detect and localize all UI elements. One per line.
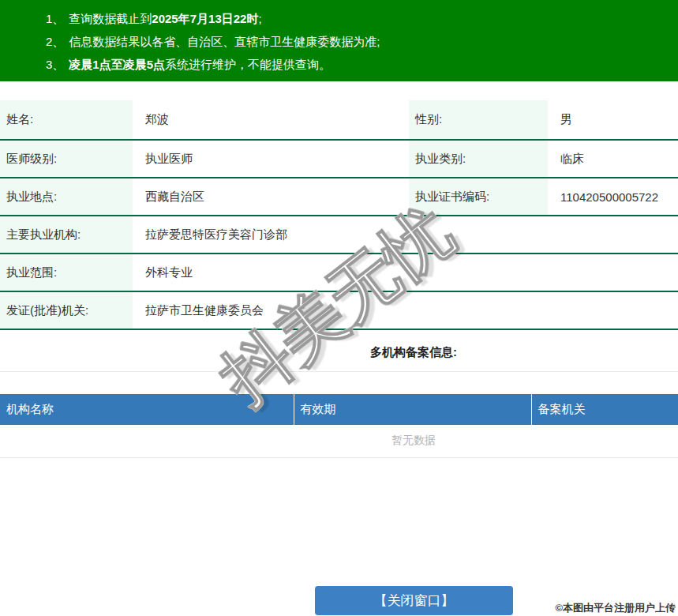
issuer-label: 发证(批准)机关:	[0, 291, 133, 329]
table-row: 执业范围: 外科专业	[0, 254, 678, 291]
spacer	[0, 372, 678, 394]
notice-text-bold: 凌晨1点至凌晨5点	[69, 58, 165, 71]
table-row: 执业地点: 西藏自治区 执业证书编码: 110420500005722	[0, 178, 678, 216]
multi-org-section-title: 多机构备案信息:	[0, 330, 678, 372]
notice-banner: 1、查询数据截止到2025年7月13日22时; 2、信息数据结果以各省、自治区、…	[0, 0, 678, 81]
column-header-validity: 有效期	[294, 394, 531, 425]
cert-no-value: 110420500005722	[548, 178, 678, 216]
notice-text-bold: 2025年7月13日22时	[152, 12, 258, 25]
name-label: 姓名:	[0, 100, 133, 140]
copyright-stamp: ©本图由平台注册用户上传	[555, 601, 676, 615]
notice-text: 系统进行维护，不能提供查询。	[165, 58, 331, 71]
notice-text: 查询数据截止到	[69, 12, 152, 25]
notice-text: 信息数据结果以各省、自治区、直辖市卫生健康委数据为准;	[69, 35, 380, 48]
issuer-value: 拉萨市卫生健康委员会	[133, 291, 678, 329]
level-value: 执业医师	[133, 140, 409, 178]
table-row: 姓名: 郑波 性别: 男	[0, 100, 678, 140]
column-header-filing-authority: 备案机关	[531, 394, 678, 425]
notice-line-1: 1、查询数据截止到2025年7月13日22时;	[46, 7, 678, 30]
multi-org-empty-row: 暂无数据	[0, 425, 678, 457]
gender-value: 男	[548, 100, 678, 140]
notice-line-number: 1、	[46, 12, 64, 25]
cert-no-label: 执业证书编码:	[409, 178, 548, 216]
main-org-label: 主要执业机构:	[0, 216, 133, 254]
location-label: 执业地点:	[0, 178, 133, 216]
category-value: 临床	[548, 140, 678, 178]
column-header-org-name: 机构名称	[0, 394, 294, 425]
category-label: 执业类别:	[409, 140, 548, 178]
scope-value: 外科专业	[133, 254, 678, 291]
table-row: 医师级别: 执业医师 执业类别: 临床	[0, 140, 678, 178]
doctor-info-table: 姓名: 郑波 性别: 男 医师级别: 执业医师 执业类别: 临床 执业地点: 西…	[0, 100, 678, 330]
table-row: 主要执业机构: 拉萨爱思特医疗美容门诊部	[0, 216, 678, 254]
multi-org-header-row: 机构名称 有效期 备案机关	[0, 394, 678, 425]
name-value: 郑波	[133, 100, 409, 140]
close-window-button[interactable]: 【关闭窗口】	[315, 586, 513, 615]
notice-line-number: 2、	[46, 35, 64, 48]
level-label: 医师级别:	[0, 140, 133, 178]
notice-text: ;	[258, 12, 261, 25]
doctor-info-section: 姓名: 郑波 性别: 男 医师级别: 执业医师 执业类别: 临床 执业地点: 西…	[0, 100, 678, 458]
gender-label: 性别:	[409, 100, 548, 140]
notice-line-3: 3、凌晨1点至凌晨5点系统进行维护，不能提供查询。	[46, 53, 678, 76]
empty-data-text: 暂无数据	[0, 425, 678, 457]
table-row: 发证(批准)机关: 拉萨市卫生健康委员会	[0, 291, 678, 329]
notice-line-number: 3、	[46, 58, 64, 71]
multi-org-table: 机构名称 有效期 备案机关 暂无数据	[0, 394, 678, 458]
notice-line-2: 2、信息数据结果以各省、自治区、直辖市卫生健康委数据为准;	[46, 30, 678, 53]
main-org-value: 拉萨爱思特医疗美容门诊部	[133, 216, 678, 254]
query-result-page: 1、查询数据截止到2025年7月13日22时; 2、信息数据结果以各省、自治区、…	[0, 0, 678, 616]
scope-label: 执业范围:	[0, 254, 133, 291]
location-value: 西藏自治区	[133, 178, 409, 216]
